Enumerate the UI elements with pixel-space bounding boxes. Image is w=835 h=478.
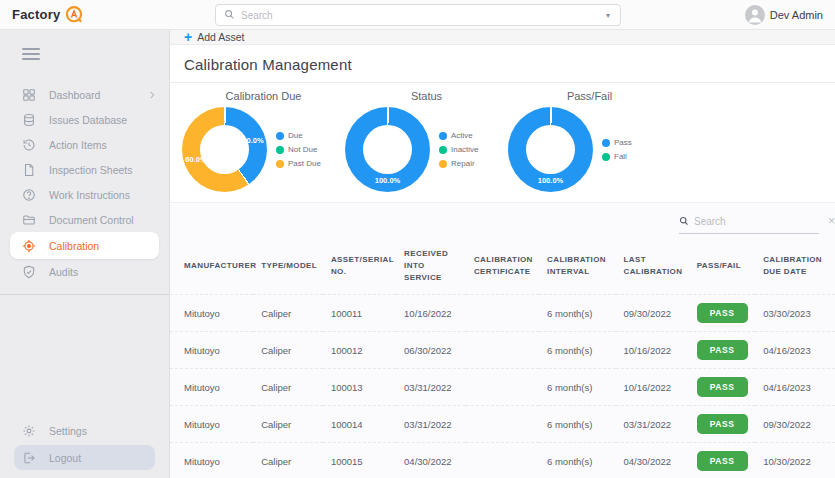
legend-label: Fail	[614, 152, 627, 161]
cell-received-into-service: 03/31/2022	[396, 406, 466, 443]
cell-last-calibration: 04/30/2022	[616, 443, 689, 478]
sidebar-divider	[0, 294, 169, 295]
cell-calibration-interval: 6 month(s)	[539, 406, 615, 443]
charts-row: Calibration Due40.0%60.0%DueNot DuePast …	[170, 83, 835, 202]
cell-calibration-due-date: 04/16/2023	[755, 332, 835, 369]
target-icon	[22, 239, 36, 253]
sidebar-nav: DashboardIssues DatabaseAction ItemsInsp…	[0, 82, 169, 284]
calibration-table: MANUFACTURERTYPE/MODELASSET/SERIAL NO.RE…	[170, 238, 835, 478]
cell-calibration-due-date: 03/30/2023	[755, 295, 835, 332]
table-row[interactable]: MitutoyoCaliper10001504/30/20226 month(s…	[170, 443, 835, 478]
global-search: ▾	[215, 4, 621, 26]
user-menu[interactable]: Dev Admin	[745, 5, 823, 25]
cell-pass-fail: PASS	[689, 295, 756, 332]
table-toolbar: ×	[170, 203, 835, 234]
sidebar-item-document-control[interactable]: Document Control	[0, 207, 169, 232]
cell-calibration-certificate	[466, 369, 539, 406]
sidebar: DashboardIssues DatabaseAction ItemsInsp…	[0, 30, 170, 478]
sidebar-item-logout[interactable]: Logout	[14, 445, 155, 470]
sidebar-item-settings[interactable]: Settings	[0, 418, 169, 443]
pass-fail-badge: PASS	[697, 377, 748, 397]
legend-label: Active	[451, 131, 473, 140]
cell-calibration-due-date: 04/16/2023	[755, 369, 835, 406]
search-dropdown-caret[interactable]: ▾	[604, 11, 612, 20]
donut-chart: 100.0%	[508, 107, 593, 192]
chart-status: Status100.0%ActiveInactiveRepair	[345, 90, 508, 192]
cell-type-model: Caliper	[253, 406, 323, 443]
column-header-last-calibration: LAST CALIBRATION	[616, 238, 689, 295]
app-logo: Factory	[12, 5, 84, 25]
table-row[interactable]: MitutoyoCaliper10001110/16/20226 month(s…	[170, 295, 835, 332]
cell-calibration-interval: 6 month(s)	[539, 369, 615, 406]
legend-item-inactive[interactable]: Inactive	[439, 145, 479, 154]
sidebar-item-label: Settings	[49, 425, 87, 437]
search-icon	[224, 6, 235, 24]
menu-icon[interactable]	[22, 42, 40, 66]
legend-item-pass[interactable]: Pass	[602, 138, 632, 147]
database-icon	[22, 113, 36, 127]
pass-fail-badge: PASS	[697, 451, 748, 471]
sidebar-item-label: Document Control	[49, 214, 134, 226]
chart-title: Pass/Fail	[508, 90, 671, 102]
sidebar-item-label: Issues Database	[49, 114, 127, 126]
slice-label: 100.0%	[375, 175, 400, 184]
legend-item-repair[interactable]: Repair	[439, 159, 479, 168]
gear-icon	[22, 424, 36, 438]
sidebar-item-label: Dashboard	[49, 89, 100, 101]
cell-manufacturer: Mitutoyo	[170, 295, 253, 332]
sidebar-item-issues-database[interactable]: Issues Database	[0, 107, 169, 132]
add-asset-button[interactable]: + Add Asset	[184, 30, 244, 44]
legend-label: Not Due	[288, 145, 317, 154]
table-row[interactable]: MitutoyoCaliper10001303/31/20226 month(s…	[170, 369, 835, 406]
column-header-calibration-due-date: CALIBRATION DUE DATE	[755, 238, 835, 295]
sidebar-item-inspection-sheets[interactable]: Inspection Sheets	[0, 157, 169, 182]
legend-item-active[interactable]: Active	[439, 131, 479, 140]
cell-calibration-certificate	[466, 332, 539, 369]
cell-manufacturer: Mitutoyo	[170, 332, 253, 369]
cell-asset-serial-no: 100012	[323, 332, 396, 369]
legend-item-past-due[interactable]: Past Due	[276, 159, 321, 168]
chart-legend: ActiveInactiveRepair	[439, 131, 479, 168]
cell-pass-fail: PASS	[689, 443, 756, 478]
global-search-input[interactable]	[241, 10, 604, 21]
clear-search-icon[interactable]: ×	[826, 215, 835, 227]
add-asset-label: Add Asset	[197, 31, 244, 43]
table-row[interactable]: MitutoyoCaliper10001403/31/20226 month(s…	[170, 406, 835, 443]
sidebar-item-audits[interactable]: Audits	[0, 259, 169, 284]
legend-item-due[interactable]: Due	[276, 131, 321, 140]
column-header-manufacturer: MANUFACTURER	[170, 238, 253, 295]
column-header-calibration-interval: CALIBRATION INTERVAL	[539, 238, 615, 295]
legend-item-not-due[interactable]: Not Due	[276, 145, 321, 154]
sidebar-item-label: Audits	[49, 266, 78, 278]
pass-fail-badge: PASS	[697, 414, 748, 434]
legend-item-fail[interactable]: Fail	[602, 152, 632, 161]
factory-aq-logo-icon	[64, 5, 84, 25]
user-name: Dev Admin	[770, 9, 823, 21]
help-circle-icon	[22, 188, 36, 202]
logout-icon	[22, 451, 36, 465]
cell-asset-serial-no: 100013	[323, 369, 396, 406]
sidebar-item-work-instructions[interactable]: Work Instructions	[0, 182, 169, 207]
table-row[interactable]: MitutoyoCaliper10001206/30/20226 month(s…	[170, 332, 835, 369]
sidebar-item-dashboard[interactable]: Dashboard	[0, 82, 169, 107]
sidebar-item-calibration[interactable]: Calibration	[10, 232, 159, 259]
chart-pass-fail: Pass/Fail100.0%PassFail	[508, 90, 671, 192]
table-search-input[interactable]	[694, 216, 826, 227]
column-header-type-model: TYPE/MODEL	[253, 238, 323, 295]
history-icon	[22, 138, 36, 152]
column-header-asset-serial-no: ASSET/SERIAL NO.	[323, 238, 396, 295]
cell-last-calibration: 10/16/2022	[616, 332, 689, 369]
cell-type-model: Caliper	[253, 369, 323, 406]
cell-type-model: Caliper	[253, 443, 323, 478]
table-section: × MANUFACTURERTYPE/MODELASSET/SERIAL NO.…	[170, 202, 835, 478]
chart-title: Calibration Due	[182, 90, 345, 102]
legend-label: Pass	[614, 138, 632, 147]
legend-dot	[276, 160, 284, 168]
pass-fail-badge: PASS	[697, 340, 748, 360]
sidebar-item-action-items[interactable]: Action Items	[0, 132, 169, 157]
cell-calibration-due-date: 10/30/2022	[755, 443, 835, 478]
legend-label: Past Due	[288, 159, 321, 168]
cell-last-calibration: 03/31/2022	[616, 406, 689, 443]
slice-label: 60.0%	[185, 154, 206, 163]
cell-received-into-service: 04/30/2022	[396, 443, 466, 478]
